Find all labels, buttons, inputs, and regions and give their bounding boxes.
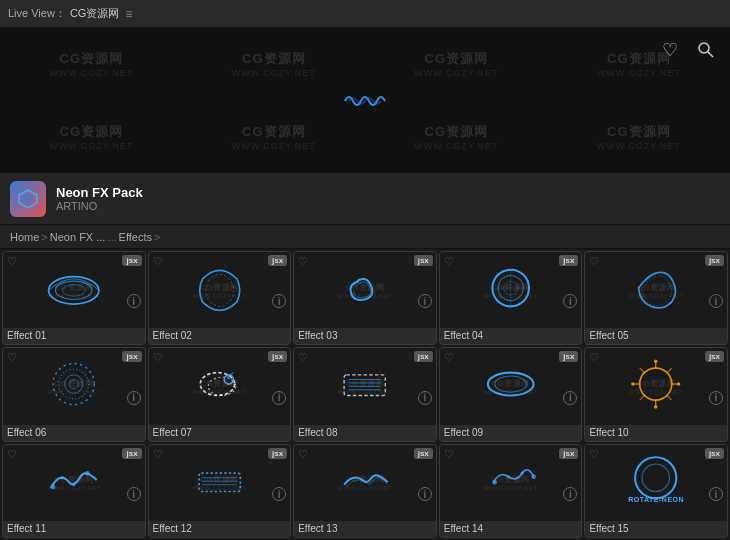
effect-cell-10[interactable]: CG资源网WWW.CGZY.NET jsx ♡ i Effect bbox=[584, 347, 728, 441]
svg-point-40 bbox=[51, 485, 56, 490]
info-icon-1[interactable]: i bbox=[127, 294, 141, 308]
info-icon-11[interactable]: i bbox=[127, 487, 141, 501]
heart-icon-14[interactable]: ♡ bbox=[444, 448, 454, 461]
effect-label-9: Effect 09 bbox=[440, 425, 582, 441]
heart-icon-10[interactable]: ♡ bbox=[589, 351, 599, 364]
jsx-badge-1: jsx bbox=[122, 255, 141, 266]
info-icon-2[interactable]: i bbox=[272, 294, 286, 308]
menu-icon[interactable]: ≡ bbox=[125, 7, 132, 21]
effect-cell-5[interactable]: CG资源网WWW.CGZY.NET jsx ♡ i Effect 05 bbox=[584, 251, 728, 345]
svg-line-31 bbox=[668, 396, 673, 401]
svg-point-51 bbox=[531, 475, 536, 480]
info-icon-7[interactable]: i bbox=[272, 391, 286, 405]
effect-preview-15: jsx ♡ i ROTATE-NEON bbox=[585, 445, 727, 521]
svg-marker-3 bbox=[23, 194, 33, 204]
heart-icon-6[interactable]: ♡ bbox=[7, 351, 17, 364]
breadcrumb-effects[interactable]: Effects bbox=[119, 231, 152, 243]
heart-icon-15[interactable]: ♡ bbox=[589, 448, 599, 461]
info-icon-10[interactable]: i bbox=[709, 391, 723, 405]
effect-label-5: Effect 05 bbox=[585, 328, 727, 344]
effect-cell-4[interactable]: CG资源网WWW.CGZY.NET jsx ♡ i Effect 04 bbox=[439, 251, 583, 345]
effect-cell-8[interactable]: CG资源网WWW.CGZY.NET jsx ♡ i Effect 08 bbox=[293, 347, 437, 441]
svg-point-53 bbox=[642, 464, 669, 491]
heart-icon-4[interactable]: ♡ bbox=[444, 255, 454, 268]
heart-icon-7[interactable]: ♡ bbox=[153, 351, 163, 364]
heart-icon-11[interactable]: ♡ bbox=[7, 448, 17, 461]
jsx-badge-8: jsx bbox=[414, 351, 433, 362]
effect-cell-6[interactable]: CG资源网WWW.CGZY.NET jsx ♡ i Effect 06 bbox=[2, 347, 146, 441]
effect-preview-7: CG资源网WWW.CGZY.NET jsx ♡ i bbox=[149, 348, 291, 424]
heart-icon-1[interactable]: ♡ bbox=[7, 255, 17, 268]
effect-cell-7[interactable]: CG资源网WWW.CGZY.NET jsx ♡ i Effect 07 bbox=[148, 347, 292, 441]
pack-name: Neon FX Pack bbox=[56, 185, 143, 200]
info-icon-3[interactable]: i bbox=[418, 294, 432, 308]
svg-point-26 bbox=[495, 376, 527, 392]
preview-icons: ♡ bbox=[656, 36, 720, 64]
heart-icon-13[interactable]: ♡ bbox=[298, 448, 308, 461]
svg-point-50 bbox=[520, 472, 523, 475]
heart-icon-3[interactable]: ♡ bbox=[298, 255, 308, 268]
info-icon-12[interactable]: i bbox=[272, 487, 286, 501]
svg-point-41 bbox=[61, 477, 64, 480]
svg-point-48 bbox=[492, 481, 497, 486]
effect-cell-9[interactable]: CG资源网WWW.CGZY.NET jsx ♡ i Effect 09 bbox=[439, 347, 583, 441]
breadcrumb-pack[interactable]: Neon FX ... bbox=[50, 231, 106, 243]
info-icon-8[interactable]: i bbox=[418, 391, 432, 405]
effect-cell-14[interactable]: CG资源网WWW.CGZY.NET jsx ♡ i Effect 14 bbox=[439, 444, 583, 538]
heart-icon-9[interactable]: ♡ bbox=[444, 351, 454, 364]
effect-cell-13[interactable]: CG资源网WWW.CGZY.NET jsx ♡ i Effect 13 bbox=[293, 444, 437, 538]
info-icon-6[interactable]: i bbox=[127, 391, 141, 405]
svg-point-27 bbox=[640, 368, 672, 400]
effect-preview-13: CG资源网WWW.CGZY.NET jsx ♡ i bbox=[294, 445, 436, 521]
effect-cell-3[interactable]: CG资源网WWW.CGZY.NET jsx ♡ i Effect 03 bbox=[293, 251, 437, 345]
jsx-badge-7: jsx bbox=[268, 351, 287, 362]
pack-author: ARTINO bbox=[56, 200, 143, 212]
svg-point-14 bbox=[65, 375, 83, 393]
jsx-badge-12: jsx bbox=[268, 448, 287, 459]
svg-line-1 bbox=[708, 52, 713, 57]
effect-cell-1[interactable]: CG资源网WWW.CGZY.NET jsx ♡ i Effect 01 bbox=[2, 251, 146, 345]
effect-preview-2: CG资源网WWW.CGZY.NET jsx ♡ i bbox=[149, 252, 291, 328]
effect-preview-14: CG资源网WWW.CGZY.NET jsx ♡ i bbox=[440, 445, 582, 521]
effect-cell-15[interactable]: jsx ♡ i ROTATE-NEON Effect 15 bbox=[584, 444, 728, 538]
heart-icon-5[interactable]: ♡ bbox=[589, 255, 599, 268]
effect-label-6: Effect 06 bbox=[3, 425, 145, 441]
svg-point-37 bbox=[677, 382, 680, 385]
svg-point-49 bbox=[507, 475, 510, 478]
svg-point-15 bbox=[69, 380, 78, 389]
heart-icon-12[interactable]: ♡ bbox=[153, 448, 163, 461]
svg-line-30 bbox=[668, 368, 673, 373]
effect-cell-12[interactable]: CG资源网WWW.CGZY.NET jsx ♡ i Effect 12 bbox=[148, 444, 292, 538]
info-icon-4[interactable]: i bbox=[563, 294, 577, 308]
info-icon-14[interactable]: i bbox=[563, 487, 577, 501]
effect-preview-8: CG资源网WWW.CGZY.NET jsx ♡ i bbox=[294, 348, 436, 424]
effect-cell-2[interactable]: CG资源网WWW.CGZY.NET jsx ♡ i Effect 02 bbox=[148, 251, 292, 345]
search-button[interactable] bbox=[692, 36, 720, 64]
jsx-badge-15: jsx bbox=[705, 448, 724, 459]
info-icon-13[interactable]: i bbox=[418, 487, 432, 501]
effect-label-13: Effect 13 bbox=[294, 521, 436, 537]
svg-point-5 bbox=[55, 281, 92, 299]
effect-label-7: Effect 07 bbox=[149, 425, 291, 441]
favorite-button[interactable]: ♡ bbox=[656, 36, 684, 64]
svg-point-6 bbox=[62, 284, 85, 295]
effect-label-15: Effect 15 bbox=[585, 521, 727, 537]
info-icon-5[interactable]: i bbox=[709, 294, 723, 308]
effect-cell-11[interactable]: CG资源网WWW.CGZY.NET jsx ♡ i Effect 11 bbox=[2, 444, 146, 538]
heart-icon-8[interactable]: ♡ bbox=[298, 351, 308, 364]
info-icon-9[interactable]: i bbox=[563, 391, 577, 405]
effect-label-10: Effect 10 bbox=[585, 425, 727, 441]
effect-preview-4: CG资源网WWW.CGZY.NET jsx ♡ i bbox=[440, 252, 582, 328]
effect-label-14: Effect 14 bbox=[440, 521, 582, 537]
jsx-badge-4: jsx bbox=[559, 255, 578, 266]
svg-point-0 bbox=[699, 43, 709, 53]
svg-point-13 bbox=[59, 369, 89, 399]
breadcrumb-home[interactable]: Home bbox=[10, 231, 39, 243]
effect-preview-12: CG资源网WWW.CGZY.NET jsx ♡ i bbox=[149, 445, 291, 521]
info-icon-15[interactable]: i bbox=[709, 487, 723, 501]
effect-preview-11: CG资源网WWW.CGZY.NET jsx ♡ i bbox=[3, 445, 145, 521]
heart-icon-2[interactable]: ♡ bbox=[153, 255, 163, 268]
effect-preview-10: CG资源网WWW.CGZY.NET jsx ♡ i bbox=[585, 348, 727, 424]
jsx-badge-13: jsx bbox=[414, 448, 433, 459]
jsx-badge-3: jsx bbox=[414, 255, 433, 266]
